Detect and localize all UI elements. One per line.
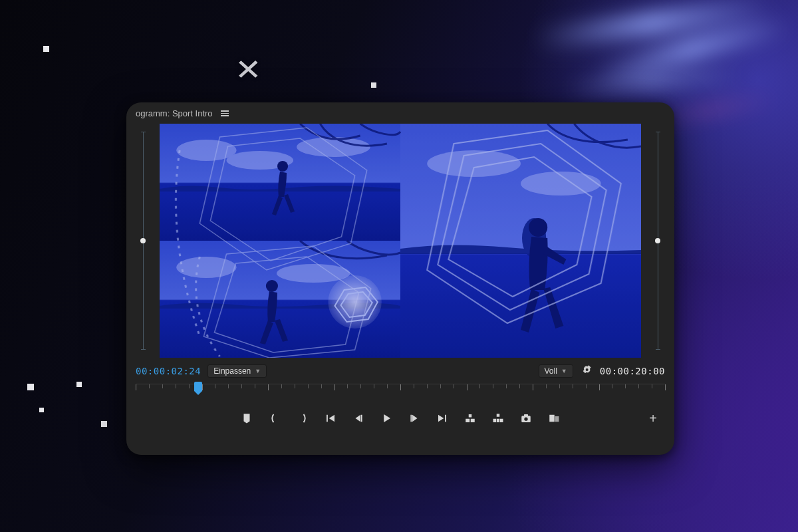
svg-rect-30	[555, 416, 559, 422]
svg-rect-22	[471, 419, 475, 422]
current-timecode[interactable]: 00:00:02:24	[136, 366, 201, 376]
extract-button[interactable]	[491, 411, 505, 426]
svg-rect-20	[445, 415, 446, 422]
duration-timecode: 00:00:20:00	[600, 366, 665, 376]
particle	[39, 408, 44, 412]
particle	[371, 82, 376, 88]
step-forward-button[interactable]	[407, 411, 422, 426]
svg-rect-19	[410, 415, 412, 422]
particle	[27, 384, 34, 390]
svg-rect-18	[361, 415, 362, 422]
panel-title: ogramm: Sport Intro	[136, 108, 213, 118]
svg-rect-28	[524, 414, 528, 416]
particle	[43, 46, 49, 52]
time-ruler[interactable]	[136, 384, 665, 401]
settings-icon[interactable]	[580, 363, 593, 378]
step-back-button[interactable]	[351, 411, 366, 426]
zoom-slider-left[interactable]	[126, 124, 160, 358]
chevron-down-icon: ▼	[561, 368, 567, 374]
svg-point-27	[524, 418, 527, 421]
mark-in-button[interactable]	[267, 411, 282, 426]
mark-out-button[interactable]	[295, 411, 310, 426]
svg-rect-21	[466, 419, 469, 422]
program-monitor-panel: ogramm: Sport Intro	[126, 102, 674, 455]
svg-rect-17	[327, 415, 328, 422]
svg-rect-29	[549, 415, 555, 422]
panel-menu-icon[interactable]	[219, 109, 230, 118]
zoom-dropdown-label: Einpassen	[213, 366, 251, 376]
comparison-view-button[interactable]	[547, 411, 561, 426]
transport-bar: +	[136, 401, 665, 436]
lift-button[interactable]	[463, 411, 477, 426]
zoom-slider-right[interactable]	[641, 124, 674, 358]
button-editor-icon[interactable]: +	[649, 411, 657, 426]
resolution-dropdown[interactable]: Voll ▼	[539, 364, 573, 378]
add-marker-button[interactable]	[239, 411, 254, 426]
svg-rect-16	[160, 124, 641, 358]
play-button[interactable]	[379, 411, 394, 426]
svg-rect-25	[497, 419, 500, 422]
svg-rect-24	[500, 419, 503, 422]
playhead-icon[interactable]	[194, 382, 202, 391]
decorative-x-icon: ✕	[235, 53, 262, 86]
resolution-dropdown-label: Voll	[545, 366, 557, 376]
svg-rect-23	[493, 419, 497, 422]
chevron-down-icon: ▼	[255, 368, 261, 374]
video-canvas[interactable]	[160, 124, 641, 358]
export-frame-button[interactable]	[519, 411, 533, 426]
go-to-out-button[interactable]	[435, 411, 450, 426]
particle	[76, 382, 82, 387]
panel-header: ogramm: Sport Intro	[126, 102, 674, 124]
go-to-in-button[interactable]	[323, 411, 338, 426]
zoom-dropdown[interactable]: Einpassen ▼	[207, 364, 267, 378]
particle	[101, 421, 107, 427]
